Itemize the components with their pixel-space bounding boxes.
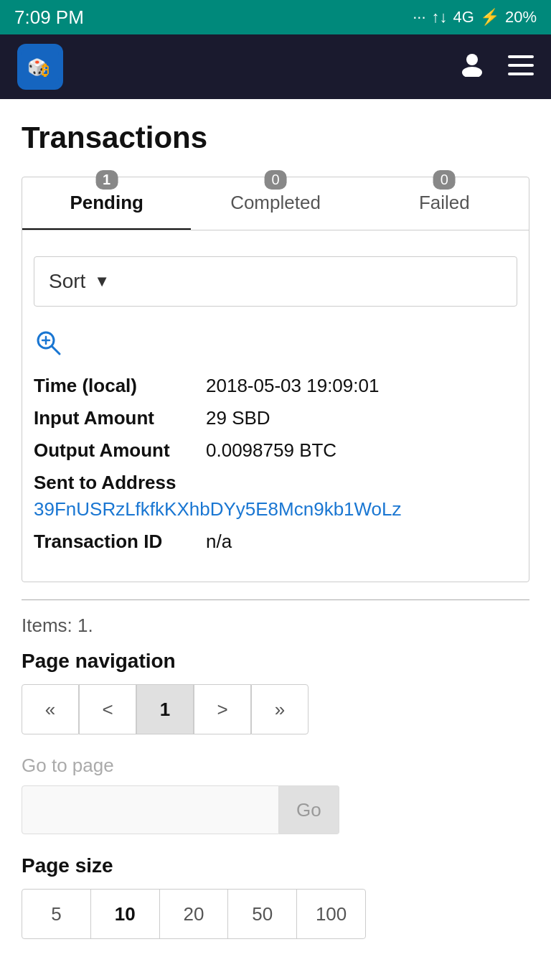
pagesize-20[interactable]: 20 — [160, 890, 229, 938]
tx-input-label: Input Amount — [34, 407, 206, 429]
zoom-icon[interactable] — [34, 328, 62, 363]
tx-time-label: Time (local) — [34, 375, 206, 397]
svg-rect-5 — [508, 55, 534, 58]
svg-point-4 — [462, 67, 482, 77]
menu-icon[interactable] — [508, 53, 534, 81]
status-time: 7:09 PM — [14, 6, 84, 29]
svg-rect-7 — [508, 73, 534, 75]
tx-output-label: Output Amount — [34, 439, 206, 462]
tabs-container: 1 Pending 0 Completed 0 Failed Sort ▼ — [22, 177, 529, 582]
svg-line-9 — [52, 346, 60, 354]
tx-address-label: Sent to Address — [34, 472, 517, 494]
signal-bars-icon: ↑↓ — [432, 8, 448, 27]
tx-output-value: 0.0098759 BTC — [206, 439, 336, 462]
pagesize-100[interactable]: 100 — [297, 890, 365, 938]
transaction-card: Time (local) 2018-05-03 19:09:01 Input A… — [34, 321, 517, 570]
app-logo[interactable]: 🎲 ₿ — [17, 44, 63, 90]
network-type: 4G — [453, 8, 474, 27]
page-title: Transactions — [22, 121, 529, 155]
goto-label: Go to page — [22, 755, 529, 777]
pagesize-row: 5 10 20 50 100 — [22, 889, 366, 939]
goto-row: Go — [22, 785, 251, 834]
tab-content: Sort ▼ Time (local) 2018-05-03 19:09:01 — [22, 230, 529, 582]
tab-failed-badge: 0 — [433, 170, 456, 190]
main-content: Transactions 1 Pending 0 Completed 0 Fai… — [0, 99, 551, 980]
tx-input-row: Input Amount 29 SBD — [34, 407, 517, 429]
tx-address-section: Sent to Address 39FnUSRzLfkfkKXhbDYy5E8M… — [34, 472, 517, 521]
goto-input[interactable] — [22, 785, 279, 834]
page-nav-title: Page navigation — [22, 650, 529, 673]
divider — [22, 599, 529, 600]
pagesize-50[interactable]: 50 — [228, 890, 297, 938]
tab-pending[interactable]: 1 Pending — [22, 177, 191, 230]
page-last-button[interactable]: » — [251, 684, 309, 734]
page-current-button[interactable]: 1 — [136, 684, 194, 734]
tab-pending-badge: 1 — [95, 170, 118, 190]
app-bar: 🎲 ₿ — [0, 34, 551, 99]
svg-point-3 — [466, 54, 478, 65]
profile-icon[interactable] — [459, 51, 485, 83]
page-first-button[interactable]: « — [22, 684, 79, 734]
battery-icon: ⚡ — [480, 8, 499, 27]
svg-text:₿: ₿ — [42, 62, 49, 78]
battery-level: 20% — [505, 8, 537, 27]
goto-button[interactable]: Go — [279, 785, 339, 834]
tx-id-label: Transaction ID — [34, 531, 206, 553]
items-count: Items: 1. — [22, 615, 529, 637]
pagesize-title: Page size — [22, 854, 529, 877]
sort-dropdown[interactable]: Sort ▼ — [34, 256, 517, 307]
signal-dots: ··· — [413, 8, 425, 27]
status-icons: ··· ↑↓ 4G ⚡ 20% — [413, 8, 537, 27]
svg-rect-6 — [508, 64, 534, 67]
status-bar: 7:09 PM ··· ↑↓ 4G ⚡ 20% — [0, 0, 551, 34]
tabs-row: 1 Pending 0 Completed 0 Failed — [22, 177, 529, 230]
tx-input-value: 29 SBD — [206, 407, 270, 429]
tx-time-row: Time (local) 2018-05-03 19:09:01 — [34, 375, 517, 397]
sort-label: Sort — [49, 270, 85, 293]
tx-address-value[interactable]: 39FnUSRzLfkfkKXhbDYy5E8Mcn9kb1WoLz — [34, 498, 517, 521]
tx-id-value: n/a — [206, 531, 232, 553]
tx-output-row: Output Amount 0.0098759 BTC — [34, 439, 517, 462]
app-bar-actions — [459, 51, 534, 83]
page-nav-buttons: « < 1 > » — [22, 684, 529, 734]
sort-chevron-icon: ▼ — [94, 272, 110, 291]
pagesize-5[interactable]: 5 — [22, 890, 91, 938]
tab-completed-badge: 0 — [264, 170, 286, 190]
page-next-button[interactable]: > — [194, 684, 251, 734]
page-prev-button[interactable]: < — [79, 684, 136, 734]
tab-failed[interactable]: 0 Failed — [360, 177, 529, 230]
tx-id-row: Transaction ID n/a — [34, 531, 517, 553]
tx-time-value: 2018-05-03 19:09:01 — [206, 375, 379, 397]
pagesize-10[interactable]: 10 — [91, 890, 160, 938]
tab-completed[interactable]: 0 Completed — [191, 177, 359, 230]
